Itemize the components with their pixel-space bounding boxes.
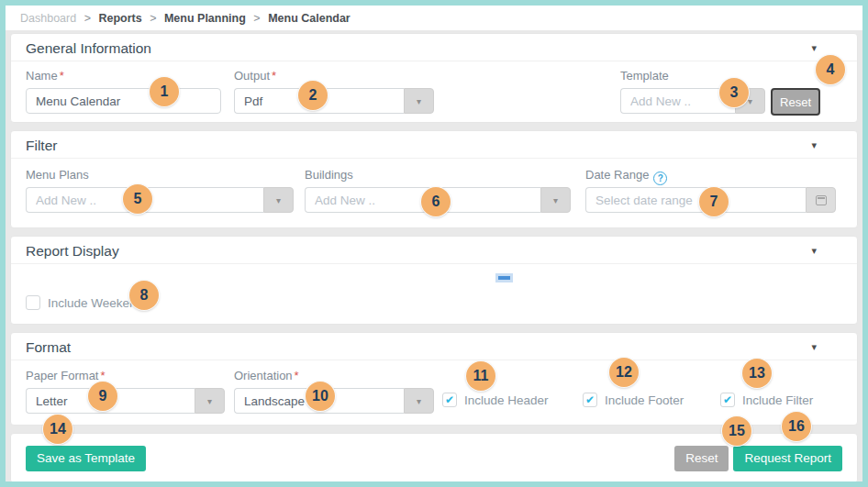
annotation-badge: 1 xyxy=(150,77,179,106)
output-label: Output* xyxy=(234,69,434,83)
chevron-down-icon: ▾ xyxy=(276,195,281,205)
include-footer-option: ✔ Include Footer xyxy=(583,387,720,413)
chevron-down-icon: ▾ xyxy=(553,195,558,205)
include-filter-option: ✔ Include Filter xyxy=(720,387,813,413)
highlighted-dash xyxy=(498,276,510,280)
annotation-badge: 7 xyxy=(699,187,729,216)
menu-plans-dropdown-button[interactable]: ▾ xyxy=(263,187,294,213)
breadcrumb-reports[interactable]: Reports xyxy=(98,12,141,25)
section-report-display: Report Display ▾ ✔ Include Weekends xyxy=(10,236,858,325)
chevron-down-icon[interactable]: ▾ xyxy=(811,246,817,256)
check-icon: ✔ xyxy=(585,394,595,405)
include-header-option: ✔ Include Header xyxy=(442,387,583,413)
calendar-icon xyxy=(816,195,827,205)
annotation-badge: 4 xyxy=(816,55,845,84)
chevron-down-icon[interactable]: ▾ xyxy=(811,342,817,352)
breadcrumb: Dashboard > Reports > Menu Planning > Me… xyxy=(6,6,862,30)
annotation-badge: 12 xyxy=(609,358,639,387)
section-title: Report Display xyxy=(26,243,119,260)
menu-plans-label: Menu Plans xyxy=(26,168,294,183)
annotation-badge: 16 xyxy=(782,412,811,441)
paper-format-label: Paper Format* xyxy=(26,369,225,383)
section-title: General Information xyxy=(26,40,151,57)
output-dropdown-button[interactable]: ▾ xyxy=(404,88,434,114)
breadcrumb-separator: > xyxy=(150,12,156,25)
annotation-badge: 9 xyxy=(88,382,117,411)
breadcrumb-separator: > xyxy=(253,12,260,25)
annotation-badge: 11 xyxy=(466,361,495,391)
annotation-badge: 14 xyxy=(43,415,72,444)
required-asterisk: * xyxy=(100,369,105,382)
required-asterisk: * xyxy=(60,69,64,83)
paper-format-dropdown-button[interactable]: ▾ xyxy=(195,388,225,414)
chevron-down-icon: ▾ xyxy=(417,396,421,406)
annotation-badge: 5 xyxy=(123,184,152,214)
annotation-badge: 10 xyxy=(306,382,335,411)
orientation-label: Orientation* xyxy=(234,369,434,383)
check-icon: ✔ xyxy=(445,394,454,405)
breadcrumb-menu-planning[interactable]: Menu Planning xyxy=(164,12,246,25)
breadcrumb-dashboard[interactable]: Dashboard xyxy=(20,12,76,25)
menu-plans-select: ▾ xyxy=(26,187,294,213)
annotation-badge: 6 xyxy=(421,187,451,216)
section-title: Filter xyxy=(26,138,57,154)
template-reset-button[interactable]: Reset xyxy=(771,88,820,116)
breadcrumb-separator: > xyxy=(84,12,91,25)
chevron-down-icon: ▾ xyxy=(748,96,752,106)
request-report-button[interactable]: Request Report xyxy=(733,446,842,471)
check-icon: ✔ xyxy=(723,394,732,405)
calendar-button[interactable] xyxy=(806,187,836,213)
output-select: ▾ xyxy=(234,88,434,114)
chevron-down-icon[interactable]: ▾ xyxy=(811,43,817,53)
section-title: Format xyxy=(26,339,71,356)
buildings-dropdown-button[interactable]: ▾ xyxy=(540,187,571,213)
section-general-header: General Information ▾ xyxy=(11,34,857,61)
orientation-dropdown-button[interactable]: ▾ xyxy=(404,388,434,414)
save-as-template-button[interactable]: Save as Template xyxy=(26,446,146,471)
paper-format-select: ▾ xyxy=(26,388,225,414)
include-filter-checkbox[interactable]: ✔ xyxy=(720,393,735,407)
date-range-label: Date Range? xyxy=(585,168,836,183)
annotation-badge: 15 xyxy=(722,416,751,446)
include-footer-label: Include Footer xyxy=(605,393,684,407)
include-header-checkbox[interactable]: ✔ xyxy=(442,393,457,407)
buildings-label: Buildings xyxy=(305,168,571,183)
app-window: Dashboard > Reports > Menu Planning > Me… xyxy=(0,0,868,487)
date-range-input[interactable] xyxy=(585,187,806,213)
template-select-input[interactable] xyxy=(620,88,735,114)
annotation-badge: 3 xyxy=(719,78,749,107)
include-header-label: Include Header xyxy=(464,393,549,407)
section-format: Format ▾ Paper Format* ▾ Orientation* xyxy=(10,332,858,426)
annotation-badge: 2 xyxy=(298,81,328,110)
chevron-down-icon: ▾ xyxy=(417,96,421,106)
name-input[interactable] xyxy=(26,88,221,114)
annotation-badge: 13 xyxy=(742,359,772,388)
template-label: Template xyxy=(620,69,820,83)
section-filter-header: Filter ▾ xyxy=(11,131,857,159)
section-report-display-header: Report Display ▾ xyxy=(11,237,857,264)
annotation-badge: 8 xyxy=(129,281,159,310)
include-weekends-checkbox[interactable]: ✔ xyxy=(26,295,40,310)
required-asterisk: * xyxy=(295,369,299,382)
section-format-header: Format ▾ xyxy=(11,333,857,360)
include-filter-label: Include Filter xyxy=(742,393,813,407)
required-asterisk: * xyxy=(272,69,276,83)
breadcrumb-menu-calendar: Menu Calendar xyxy=(268,12,351,25)
help-icon[interactable]: ? xyxy=(653,172,667,185)
name-label: Name* xyxy=(26,69,221,83)
chevron-down-icon[interactable]: ▾ xyxy=(811,140,817,150)
chevron-down-icon: ▾ xyxy=(207,396,212,406)
include-footer-checkbox[interactable]: ✔ xyxy=(583,393,597,407)
reset-button[interactable]: Reset xyxy=(674,446,729,471)
